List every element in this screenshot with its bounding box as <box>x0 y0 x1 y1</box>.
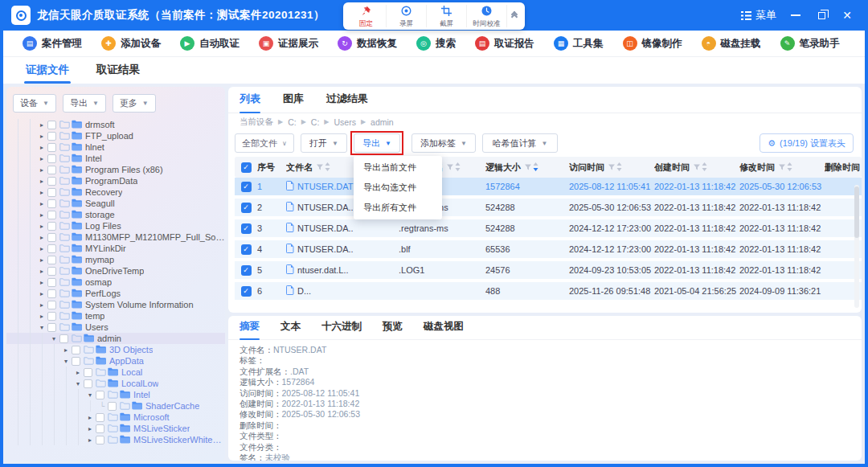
column-header-mtime[interactable]: 修改时间 <box>739 162 825 174</box>
chevron-collapsed-icon[interactable]: ▸ <box>37 256 47 264</box>
chevron-collapsed-icon[interactable]: ▸ <box>37 121 47 129</box>
detail-tab-0[interactable]: 摘要 <box>240 320 260 339</box>
chevron-collapsed-icon[interactable]: ▸ <box>37 301 47 309</box>
tree-checkbox[interactable] <box>72 357 80 366</box>
chevron-expanded-icon[interactable]: ▾ <box>37 324 47 331</box>
tree-checkbox[interactable] <box>47 323 56 332</box>
ribbon-item-10[interactable]: ✎笔录助手 <box>772 33 848 54</box>
tree-item[interactable]: ▸FTP_upload <box>6 130 225 141</box>
tree-item[interactable]: ▸temp <box>6 310 225 322</box>
breadcrumb-item-1[interactable]: C: <box>288 117 297 127</box>
tree-checkbox[interactable] <box>47 211 56 219</box>
chevron-collapsed-icon[interactable]: ▸ <box>37 223 47 230</box>
tree-item[interactable]: ▸Microsoft <box>6 412 225 423</box>
tree-checkbox[interactable] <box>47 222 56 231</box>
tree-checkbox[interactable] <box>96 413 104 422</box>
column-header-ctime[interactable]: 创建时间 <box>654 162 739 174</box>
close-button[interactable]: ✕ <box>841 9 854 22</box>
row-checkbox[interactable]: ✓ <box>241 203 252 213</box>
open-button[interactable]: 打开▼ <box>301 133 347 153</box>
detail-tab-3[interactable]: 预览 <box>383 320 403 339</box>
table-row[interactable]: ✓1NTUSER.DAT.DAT15728642025-08-12 11:05:… <box>235 178 862 199</box>
export-button[interactable]: 导出▼ <box>354 133 400 153</box>
tree-checkbox[interactable] <box>47 256 56 264</box>
breadcrumb-item-3[interactable]: Users <box>334 117 355 127</box>
tree-checkbox[interactable] <box>47 233 56 242</box>
row-checkbox[interactable]: ✓ <box>241 223 252 234</box>
chevron-collapsed-icon[interactable]: ▸ <box>37 245 47 252</box>
column-header-dtime[interactable]: 删除时间 <box>825 162 862 174</box>
chevron-expanded-icon[interactable]: ▾ <box>61 358 71 365</box>
filter-icon[interactable] <box>608 162 615 172</box>
tree-item[interactable]: ▸drmsoft <box>6 119 225 130</box>
table-scrollbar[interactable] <box>854 185 859 308</box>
tree-item[interactable]: ▸Program Files (x86) <box>6 164 225 175</box>
ribbon-item-1[interactable]: ✚添加设备 <box>93 33 169 54</box>
tree-item[interactable]: ▸MSLiveStickerWhiteList <box>6 434 225 445</box>
column-settings-button[interactable]: ⚙(19/19) 设置表头 <box>760 133 854 153</box>
table-row[interactable]: ✓3NTUSER.DA...regtrans-ms5242882024-12-1… <box>235 219 862 240</box>
tree-checkbox[interactable] <box>47 121 56 129</box>
float-tool-clock[interactable]: 时间校准 <box>467 5 507 27</box>
chevron-collapsed-icon[interactable]: ▸ <box>85 414 95 421</box>
chevron-collapsed-icon[interactable]: ▸ <box>37 234 47 241</box>
tree-item[interactable]: └ShaderCache <box>6 400 225 412</box>
chevron-collapsed-icon[interactable]: ▸ <box>37 178 47 185</box>
export-menu-item-2[interactable]: 导出所有文件 <box>354 198 442 218</box>
sort-icon[interactable] <box>455 162 461 173</box>
tree-item[interactable]: ▸OneDriveTemp <box>6 265 225 277</box>
tree-checkbox[interactable] <box>72 346 80 354</box>
tree-toolbar-button-1[interactable]: 导出▼ <box>63 94 106 113</box>
chevron-collapsed-icon[interactable]: ▸ <box>37 133 47 140</box>
tree-checkbox[interactable] <box>47 244 56 253</box>
tree-item[interactable]: ▸Intel <box>6 153 225 164</box>
tree-item[interactable]: ▸Recovery <box>6 186 225 198</box>
chevron-collapsed-icon[interactable]: ▸ <box>37 189 47 196</box>
chevron-collapsed-icon[interactable]: ▸ <box>37 144 47 151</box>
float-tool-pin[interactable]: 固定 <box>346 5 387 27</box>
tree-checkbox[interactable] <box>47 199 56 208</box>
row-checkbox[interactable]: ✓ <box>241 286 252 297</box>
tree-checkbox[interactable] <box>47 177 56 186</box>
tree-checkbox[interactable] <box>59 334 68 343</box>
view-tab-1[interactable]: 图库 <box>283 92 304 113</box>
row-checkbox[interactable]: ✓ <box>241 265 252 276</box>
tree-item[interactable]: ▸PerfLogs <box>6 288 225 299</box>
float-tool-crop[interactable]: 截屏 <box>427 5 467 27</box>
ribbon-item-8[interactable]: ◫镜像制作 <box>615 33 690 54</box>
tree-checkbox[interactable] <box>47 278 56 287</box>
table-row[interactable]: ✓5ntuser.dat.L...LOG1245762024-09-23 10:… <box>235 261 862 282</box>
select-all-checkbox[interactable]: ✓ <box>241 162 252 173</box>
tree-item[interactable]: ▾LocalLow <box>6 378 225 389</box>
tree-item[interactable]: ▾admin <box>6 333 225 344</box>
chevron-collapsed-icon[interactable]: ▸ <box>37 313 47 320</box>
tree-checkbox[interactable] <box>47 143 56 152</box>
tree-checkbox[interactable] <box>96 424 104 433</box>
main-tab-0[interactable]: 证据文件 <box>26 63 69 84</box>
column-header-atime[interactable]: 访问时间 <box>569 162 654 174</box>
tree-item[interactable]: ▾Users <box>6 322 225 333</box>
filter-icon[interactable] <box>447 162 453 172</box>
breadcrumb-item-4[interactable]: admin <box>371 117 394 127</box>
tree-item[interactable]: ▸Local <box>6 367 225 378</box>
tree-item[interactable]: ▸hlnet <box>6 141 225 153</box>
table-row[interactable]: ✓4NTUSER.DA...blf655362024-12-12 17:23:0… <box>235 240 862 261</box>
tree-item[interactable]: ▸MYLinkDir <box>6 243 225 254</box>
ribbon-item-6[interactable]: ▤取证报告 <box>467 33 542 54</box>
sort-icon[interactable] <box>616 162 622 173</box>
tree-toolbar-button-2[interactable]: 更多▼ <box>113 94 156 113</box>
chevron-collapsed-icon[interactable]: ▸ <box>37 200 47 207</box>
sort-icon[interactable] <box>787 162 792 173</box>
chevron-collapsed-icon[interactable]: ▸ <box>37 211 47 219</box>
chevron-expanded-icon[interactable]: ▾ <box>73 380 83 387</box>
tree-checkbox[interactable] <box>47 188 56 197</box>
ribbon-item-3[interactable]: ▣证据展示 <box>251 33 326 54</box>
chevron-collapsed-icon[interactable]: ▸ <box>37 279 47 286</box>
tree-checkbox[interactable] <box>47 154 56 163</box>
tree-item[interactable]: ▾Intel <box>6 389 225 400</box>
minimize-button[interactable] <box>789 9 802 22</box>
breadcrumb-item-2[interactable]: C: <box>311 117 320 127</box>
export-menu-item-0[interactable]: 导出当前文件 <box>354 158 442 178</box>
tree-checkbox[interactable] <box>47 166 56 174</box>
chevron-collapsed-icon[interactable]: ▸ <box>37 268 47 275</box>
